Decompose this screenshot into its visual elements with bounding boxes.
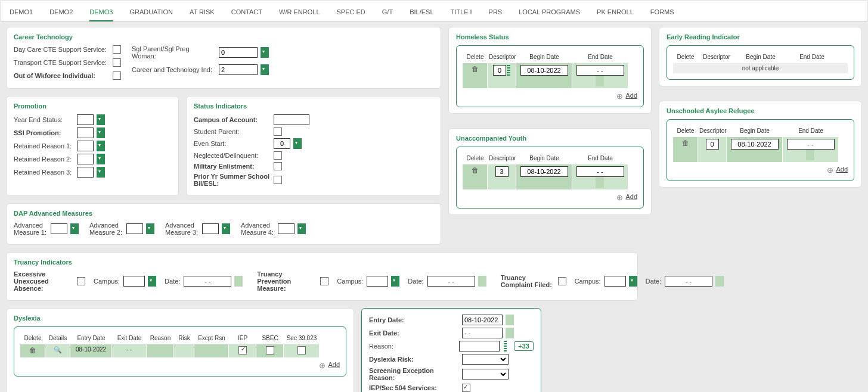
mil-checkbox[interactable] — [274, 162, 282, 170]
ret3-input[interactable] — [77, 167, 94, 178]
campus-acct-input[interactable] — [274, 114, 309, 125]
dropdown-icon[interactable] — [97, 114, 105, 125]
m2-input[interactable] — [126, 223, 143, 234]
tab-bil-esl[interactable]: BIL/ESL — [410, 6, 433, 21]
calendar-icon[interactable] — [478, 276, 486, 287]
calendar-icon[interactable] — [596, 177, 604, 188]
m3-input[interactable] — [202, 223, 219, 234]
ret1-input[interactable] — [77, 141, 94, 151]
dropdown-icon[interactable] — [70, 223, 79, 234]
campus-input[interactable] — [604, 276, 626, 287]
even-input[interactable] — [274, 138, 290, 149]
dropdown-icon[interactable] — [629, 276, 637, 287]
begin-date-input[interactable] — [731, 139, 779, 150]
yearend-input[interactable] — [77, 114, 94, 125]
descriptor-input[interactable] — [493, 65, 506, 76]
tab-demo1[interactable]: DEMO1 — [10, 6, 33, 21]
outwk-checkbox[interactable] — [113, 71, 121, 80]
calendar-icon[interactable] — [506, 328, 514, 338]
filed-checkbox[interactable] — [558, 277, 566, 285]
tab-wr-enroll[interactable]: W/R ENROLL — [279, 6, 320, 21]
campus-input[interactable] — [367, 276, 388, 287]
details-icon[interactable] — [54, 347, 62, 353]
risk-select[interactable] — [462, 354, 509, 365]
negl-checkbox[interactable] — [274, 151, 282, 160]
add-link[interactable]: Add — [836, 166, 848, 173]
dropdown-icon[interactable] — [97, 154, 105, 164]
ret2-input[interactable] — [77, 154, 94, 164]
calendar-icon[interactable] — [750, 150, 758, 160]
calendar-icon[interactable] — [715, 276, 724, 287]
plus33-button[interactable]: +33 — [514, 341, 534, 351]
prevention-checkbox[interactable] — [320, 277, 328, 285]
tab-demo3[interactable]: DEMO3 — [89, 6, 113, 21]
begin-date-input[interactable] — [520, 166, 568, 177]
split-icon[interactable] — [507, 65, 510, 76]
dropdown-icon[interactable] — [97, 127, 105, 138]
exit-date-input[interactable] — [462, 328, 503, 338]
plus-icon[interactable] — [319, 361, 326, 368]
add-link[interactable]: Add — [328, 361, 340, 368]
add-link[interactable]: Add — [625, 92, 637, 99]
trash-icon[interactable] — [29, 347, 36, 354]
date-input[interactable] — [427, 276, 475, 287]
stud-parent-checkbox[interactable] — [274, 127, 282, 136]
tab-gt[interactable]: G/T — [382, 6, 393, 21]
dropdown-icon[interactable] — [391, 276, 399, 287]
screening-select[interactable] — [462, 369, 509, 379]
ctind-input[interactable] — [219, 64, 258, 75]
tab-local-programs[interactable]: LOCAL PROGRAMS — [519, 6, 580, 21]
tab-at-risk[interactable]: AT RISK — [190, 6, 215, 21]
trash-icon[interactable] — [472, 167, 479, 174]
dropdown-icon[interactable] — [97, 141, 105, 151]
calendar-icon[interactable] — [596, 76, 604, 86]
calendar-icon[interactable] — [806, 150, 814, 160]
end-date-input[interactable] — [576, 65, 624, 76]
descriptor-input[interactable] — [495, 166, 509, 177]
dropdown-icon[interactable] — [97, 167, 105, 178]
end-date-input[interactable] — [576, 166, 624, 177]
calendar-icon[interactable] — [540, 76, 548, 86]
m1-input[interactable] — [51, 223, 67, 234]
add-link[interactable]: Add — [625, 193, 637, 200]
dropdown-icon[interactable] — [261, 47, 269, 58]
plus-icon[interactable] — [827, 166, 833, 173]
descriptor-input[interactable] — [706, 139, 719, 150]
tab-title-i[interactable]: TITLE I — [451, 6, 472, 21]
begin-date-input[interactable] — [520, 65, 568, 76]
m4-input[interactable] — [278, 223, 294, 234]
dropdown-icon[interactable] — [146, 223, 154, 234]
tab-graduation[interactable]: GRADUATION — [129, 6, 173, 21]
trash-icon[interactable] — [682, 140, 689, 147]
dropdown-icon[interactable] — [148, 276, 156, 287]
calendar-icon[interactable] — [506, 315, 514, 325]
split-icon[interactable] — [504, 341, 507, 351]
calendar-icon[interactable] — [234, 276, 243, 287]
iep-checkbox[interactable] — [238, 346, 247, 354]
plus-icon[interactable] — [616, 193, 623, 200]
tab-demo2[interactable]: DEMO2 — [49, 6, 73, 21]
sbec-checkbox[interactable] — [266, 346, 274, 354]
dropdown-icon[interactable] — [261, 64, 269, 75]
tab-spec-ed[interactable]: SPEC ED — [337, 6, 365, 21]
dropdown-icon[interactable] — [222, 223, 230, 234]
tab-pk-enroll[interactable]: PK ENROLL — [597, 6, 634, 21]
excessive-checkbox[interactable] — [77, 277, 85, 285]
ssi-input[interactable] — [77, 127, 94, 138]
tab-contact[interactable]: CONTACT — [231, 6, 262, 21]
calendar-icon[interactable] — [540, 177, 548, 188]
reason-input[interactable] — [459, 341, 500, 351]
prior-checkbox[interactable] — [274, 176, 282, 184]
trash-icon[interactable] — [472, 66, 479, 73]
campus-input[interactable] — [123, 276, 145, 287]
iep-detail-checkbox[interactable] — [462, 384, 470, 392]
dropdown-icon[interactable] — [297, 223, 306, 234]
transport-checkbox[interactable] — [113, 58, 121, 67]
sec39-checkbox[interactable] — [297, 346, 306, 354]
plus-icon[interactable] — [616, 92, 623, 99]
dropdown-icon[interactable] — [293, 138, 302, 149]
end-date-input[interactable] — [787, 139, 835, 150]
daycare-checkbox[interactable] — [113, 45, 121, 54]
entry-date-input[interactable] — [462, 315, 503, 325]
tab-prs[interactable]: PRS — [489, 6, 503, 21]
